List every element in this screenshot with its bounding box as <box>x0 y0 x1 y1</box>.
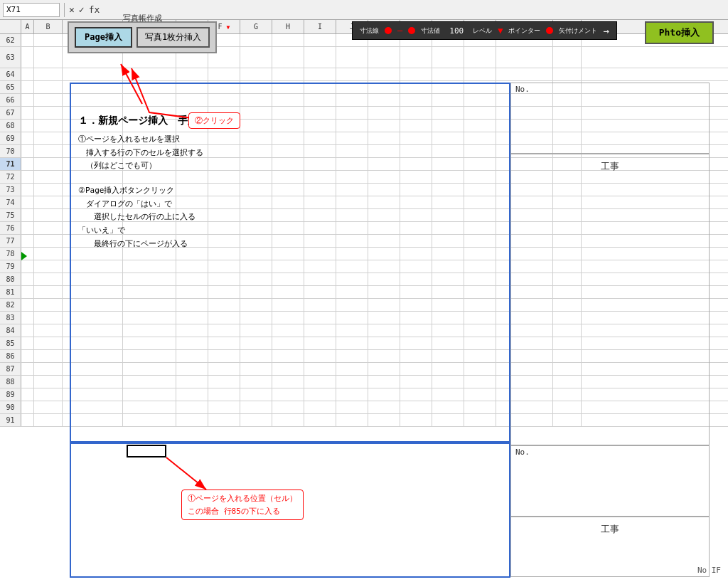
cell[interactable] <box>63 350 123 362</box>
cell[interactable] <box>123 171 176 183</box>
cell[interactable] <box>368 209 400 221</box>
cell[interactable] <box>496 324 553 337</box>
cell[interactable] <box>21 286 34 298</box>
cell[interactable] <box>272 337 304 349</box>
cell[interactable] <box>272 273 304 285</box>
cell[interactable] <box>464 145 496 157</box>
cell[interactable] <box>432 312 464 324</box>
cell[interactable] <box>336 363 368 375</box>
cell[interactable] <box>432 209 464 221</box>
cell[interactable] <box>400 388 432 401</box>
cell[interactable] <box>336 184 368 196</box>
cell[interactable] <box>176 132 208 144</box>
cell[interactable] <box>304 350 336 362</box>
cell[interactable] <box>368 286 400 298</box>
row-number[interactable]: 71 <box>0 158 21 170</box>
cell[interactable] <box>208 94 240 106</box>
cell[interactable] <box>176 222 208 234</box>
cell[interactable] <box>272 120 304 132</box>
col-header-i[interactable]: I <box>304 20 336 33</box>
cell[interactable] <box>400 324 432 337</box>
cell[interactable] <box>368 388 400 401</box>
cell[interactable] <box>304 68 336 80</box>
row-number[interactable]: 72 <box>0 171 21 183</box>
cell[interactable] <box>63 414 123 426</box>
cell[interactable] <box>553 299 582 311</box>
cell[interactable] <box>304 286 336 298</box>
cell[interactable] <box>304 248 336 260</box>
cell[interactable] <box>176 94 208 106</box>
cell[interactable] <box>208 120 240 132</box>
cell[interactable] <box>34 132 63 144</box>
cell[interactable] <box>176 209 208 221</box>
cell[interactable] <box>21 401 34 413</box>
cell[interactable] <box>34 414 63 426</box>
cell[interactable] <box>240 312 272 324</box>
cell[interactable] <box>176 107 208 119</box>
cell[interactable] <box>272 171 304 183</box>
cell[interactable] <box>304 171 336 183</box>
cell[interactable] <box>34 273 63 285</box>
cell[interactable] <box>304 376 336 388</box>
cell[interactable] <box>432 171 464 183</box>
cell[interactable] <box>208 209 240 221</box>
cell[interactable] <box>34 196 63 208</box>
cell[interactable] <box>464 401 496 413</box>
cell[interactable] <box>63 145 123 157</box>
cell[interactable] <box>553 414 582 426</box>
cell[interactable] <box>208 248 240 260</box>
cell[interactable] <box>34 184 63 196</box>
cell[interactable] <box>400 376 432 388</box>
cell[interactable] <box>176 68 208 80</box>
row-number[interactable]: 65 <box>0 81 21 93</box>
cell[interactable] <box>176 248 208 260</box>
cell[interactable] <box>496 158 553 170</box>
cell[interactable] <box>336 47 368 68</box>
row-number[interactable]: 83 <box>0 312 21 324</box>
row-number[interactable]: 82 <box>0 299 21 311</box>
cell[interactable] <box>553 273 582 285</box>
cell[interactable] <box>123 260 176 273</box>
row-number[interactable]: 75 <box>0 209 21 221</box>
cell[interactable] <box>63 158 123 170</box>
cell[interactable] <box>240 94 272 106</box>
cell[interactable] <box>240 107 272 119</box>
row-number[interactable]: 77 <box>0 235 21 247</box>
cell[interactable] <box>496 363 553 375</box>
cell[interactable] <box>240 324 272 337</box>
cell[interactable] <box>272 107 304 119</box>
cell[interactable] <box>272 299 304 311</box>
confirm-icon[interactable]: ✓ <box>79 4 85 15</box>
cell[interactable] <box>432 260 464 273</box>
cell[interactable] <box>240 235 272 247</box>
cell[interactable] <box>400 158 432 170</box>
cell[interactable] <box>123 107 176 119</box>
cell[interactable] <box>176 363 208 375</box>
cell[interactable] <box>176 388 208 401</box>
cell[interactable] <box>272 68 304 80</box>
cell[interactable] <box>464 196 496 208</box>
cell[interactable] <box>496 299 553 311</box>
cell[interactable] <box>272 312 304 324</box>
cell[interactable] <box>21 235 34 247</box>
cell[interactable] <box>240 414 272 426</box>
cell[interactable] <box>304 401 336 413</box>
cell[interactable] <box>208 171 240 183</box>
cell[interactable] <box>123 145 176 157</box>
cell[interactable] <box>176 299 208 311</box>
cell[interactable] <box>304 222 336 234</box>
cell[interactable] <box>553 324 582 337</box>
cell[interactable] <box>304 388 336 401</box>
cell[interactable] <box>176 312 208 324</box>
cell[interactable] <box>208 81 240 93</box>
cell[interactable] <box>432 286 464 298</box>
cell[interactable] <box>432 158 464 170</box>
cell[interactable] <box>304 132 336 144</box>
cell[interactable] <box>208 68 240 80</box>
cell[interactable] <box>400 120 432 132</box>
cell[interactable] <box>240 47 272 68</box>
cell[interactable] <box>553 222 582 234</box>
cell[interactable] <box>432 388 464 401</box>
cell[interactable] <box>432 324 464 337</box>
cell[interactable] <box>400 222 432 234</box>
